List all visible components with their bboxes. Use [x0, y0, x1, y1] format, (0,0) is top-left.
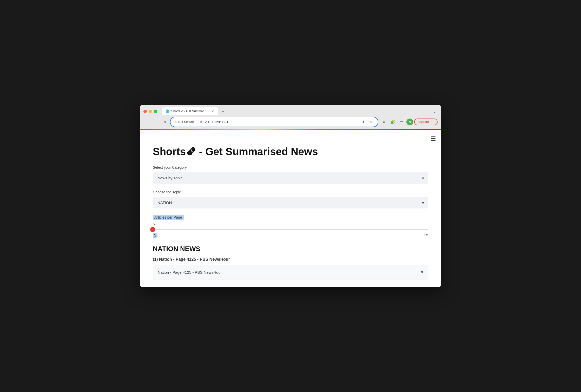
slider-track [153, 229, 428, 230]
category-select-wrapper: News by Topic ▾ [153, 172, 428, 184]
topic-label: Choose the Topic [153, 190, 428, 194]
active-tab[interactable]: 🌐 Shorts🗞 - Get Summarised Ne ✕ [162, 107, 218, 115]
mic-icon[interactable]: 🎙 [380, 118, 388, 126]
hamburger-menu-icon[interactable]: ☰ [431, 135, 436, 142]
article-1-title: (1) Nation - Page 4125 - PBS NewsHour [153, 257, 428, 262]
articles-per-page-label: Articles per Page [153, 215, 184, 220]
address-bar[interactable]: ⚠ Not Secure | 3.12.107.129:8501 ⬆ ☆ [170, 117, 378, 127]
new-tab-button[interactable]: + [219, 108, 227, 115]
update-label: Update [418, 120, 429, 124]
more-icon: ⋮ [430, 120, 433, 124]
tab-bar: 🌐 Shorts🗞 - Get Summarised Ne ✕ + ⌄ [162, 107, 438, 115]
minimize-button[interactable] [149, 110, 152, 113]
address-bar-row: ← → ↻ ⚠ Not Secure | 3.12.107.129:8501 ⬆… [140, 115, 441, 129]
share-icon[interactable]: ⬆ [360, 119, 367, 125]
bookmark-icon[interactable]: ☆ [367, 119, 374, 125]
slider-range-labels: 5 25 [153, 233, 428, 238]
toolbar-right: 🎙 🧩 ▭ N Update ⋮ [380, 118, 438, 126]
page-content: ☰ Shorts🗞 - Get Summarised News Select y… [140, 130, 441, 287]
url-text: 3.12.107.129:8501 [200, 120, 358, 124]
profile-avatar[interactable]: N [406, 119, 413, 125]
article-1-expand-icon: ▾ [421, 269, 423, 275]
article-1-box-text: Nation - Page 4125 - PBS NewsHour [158, 270, 222, 275]
refresh-button[interactable]: ↻ [161, 118, 168, 126]
tab-title: Shorts🗞 - Get Summarised Ne [171, 109, 208, 113]
tab-dropdown-icon[interactable]: ⌄ [431, 108, 438, 115]
title-bar: 🌐 Shorts🗞 - Get Summarised Ne ✕ + ⌄ [140, 105, 441, 115]
slider-max-label: 25 [424, 233, 428, 238]
address-bar-icons: ⬆ ☆ [360, 119, 374, 125]
slider-current-value-top: 5 [153, 222, 428, 226]
back-button[interactable]: ← [143, 118, 151, 126]
category-select[interactable]: News by Topic [153, 172, 428, 184]
maximize-button[interactable] [154, 110, 157, 113]
traffic-lights [143, 110, 157, 113]
forward-button[interactable]: → [152, 118, 160, 126]
topic-select-wrapper: NATION ▾ [153, 197, 428, 208]
security-warning: ⚠ Not Secure [174, 120, 194, 124]
browser-chrome: 🌐 Shorts🗞 - Get Summarised Ne ✕ + ⌄ ← → … [140, 105, 441, 129]
article-1-box[interactable]: Nation - Page 4125 - PBS NewsHour ▾ [153, 265, 428, 279]
sidebar-toggle-icon[interactable]: ▭ [398, 118, 405, 126]
category-label: Select your Category [153, 165, 428, 169]
tab-favicon-icon: 🌐 [166, 109, 169, 113]
slider-thumb[interactable] [150, 227, 155, 232]
section-title: NATION NEWS [153, 245, 428, 253]
extensions-icon[interactable]: 🧩 [389, 118, 397, 126]
warning-icon: ⚠ [174, 120, 177, 124]
articles-per-page-section: Articles per Page 5 5 25 [153, 215, 428, 238]
update-button[interactable]: Update ⋮ [414, 119, 438, 125]
url-separator: | [196, 120, 197, 124]
slider-min-label: 5 [153, 233, 157, 238]
topic-select[interactable]: NATION [153, 197, 428, 208]
page-title: Shorts🗞 - Get Summarised News [153, 146, 428, 158]
browser-window: 🌐 Shorts🗞 - Get Summarised Ne ✕ + ⌄ ← → … [140, 105, 441, 287]
tab-close-icon[interactable]: ✕ [210, 109, 215, 113]
security-label: Not Secure [178, 120, 194, 124]
close-button[interactable] [143, 110, 147, 113]
